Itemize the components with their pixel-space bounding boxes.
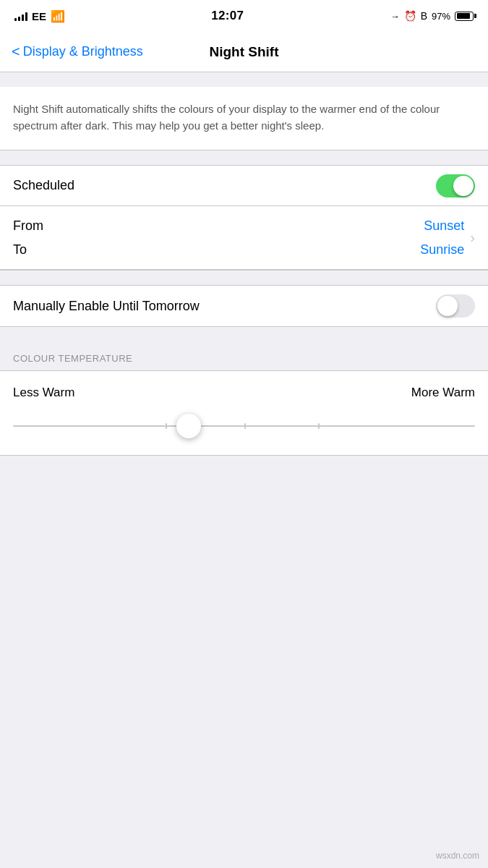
signal-bar-4 xyxy=(25,12,27,21)
carrier-label: EE xyxy=(32,10,46,22)
from-to-values-area: Sunset Sunrise › xyxy=(420,206,475,269)
gap-2 xyxy=(0,271,488,285)
wifi-icon: 📶 xyxy=(51,9,65,23)
manual-toggle-thumb xyxy=(437,296,458,316)
less-warm-label: Less Warm xyxy=(13,386,74,400)
scheduled-card: Scheduled From To Sunset Sunrise › xyxy=(0,165,488,271)
manual-enable-toggle[interactable] xyxy=(436,294,475,318)
signal-bar-3 xyxy=(22,14,24,21)
slider-track xyxy=(13,425,475,427)
description-section: Night Shift automatically shifts the col… xyxy=(0,87,488,150)
status-left: EE 📶 xyxy=(14,9,65,23)
battery-fill xyxy=(457,13,471,19)
gap-3 xyxy=(0,327,488,341)
from-to-chevron-icon: › xyxy=(470,229,475,246)
slider-tick-3 xyxy=(318,423,320,429)
description-text: Night Shift automatically shifts the col… xyxy=(13,101,475,134)
back-button[interactable]: < Display & Brightness xyxy=(12,44,143,59)
signal-bar-2 xyxy=(18,17,20,21)
nav-bar: < Display & Brightness Night Shift xyxy=(0,32,488,72)
colour-temp-section: Less Warm More Warm xyxy=(0,370,488,456)
manual-enable-label: Manually Enable Until Tomorrow xyxy=(13,299,200,314)
scheduled-toggle[interactable] xyxy=(436,174,475,197)
status-time: 12:07 xyxy=(211,9,244,23)
location-icon: → xyxy=(390,11,400,22)
alarm-icon: ⏰ xyxy=(404,10,416,22)
slider-tick-2 xyxy=(244,423,246,429)
bluetooth-icon: B xyxy=(421,10,427,22)
colour-temp-header: COLOUR TEMPERATURE xyxy=(0,341,488,370)
from-to-values: Sunset Sunrise xyxy=(420,218,464,258)
back-chevron-icon: < xyxy=(12,44,20,59)
scheduled-label: Scheduled xyxy=(13,178,74,193)
battery-percent: 97% xyxy=(432,11,450,22)
from-label: From xyxy=(13,218,420,234)
more-warm-label: More Warm xyxy=(411,386,475,400)
to-value: Sunrise xyxy=(420,242,464,258)
to-label: To xyxy=(13,242,420,258)
signal-bars xyxy=(14,11,27,21)
gap-1 xyxy=(0,150,488,165)
from-to-labels: From To xyxy=(13,206,420,269)
slider-thumb[interactable] xyxy=(176,414,201,438)
temp-labels: Less Warm More Warm xyxy=(13,386,475,400)
scheduled-row: Scheduled xyxy=(0,166,488,206)
battery-icon xyxy=(455,12,474,21)
status-right: → ⏰ B 97% xyxy=(390,10,474,22)
gap-top xyxy=(0,72,488,87)
bottom-area xyxy=(0,456,488,673)
manual-enable-card: Manually Enable Until Tomorrow xyxy=(0,285,488,327)
back-label: Display & Brightness xyxy=(23,44,143,59)
watermark: wsxdn.com xyxy=(436,851,479,861)
temperature-slider-container[interactable] xyxy=(13,412,475,441)
signal-bar-1 xyxy=(14,18,17,21)
slider-tick-1 xyxy=(166,423,167,429)
from-value: Sunset xyxy=(424,218,464,234)
manual-enable-row: Manually Enable Until Tomorrow xyxy=(0,286,488,326)
from-to-row[interactable]: From To Sunset Sunrise › xyxy=(0,206,488,270)
page-title: Night Shift xyxy=(209,44,278,60)
toggle-thumb xyxy=(453,176,474,196)
status-bar: EE 📶 12:07 → ⏰ B 97% xyxy=(0,0,488,32)
colour-temp-header-text: COLOUR TEMPERATURE xyxy=(13,353,132,364)
